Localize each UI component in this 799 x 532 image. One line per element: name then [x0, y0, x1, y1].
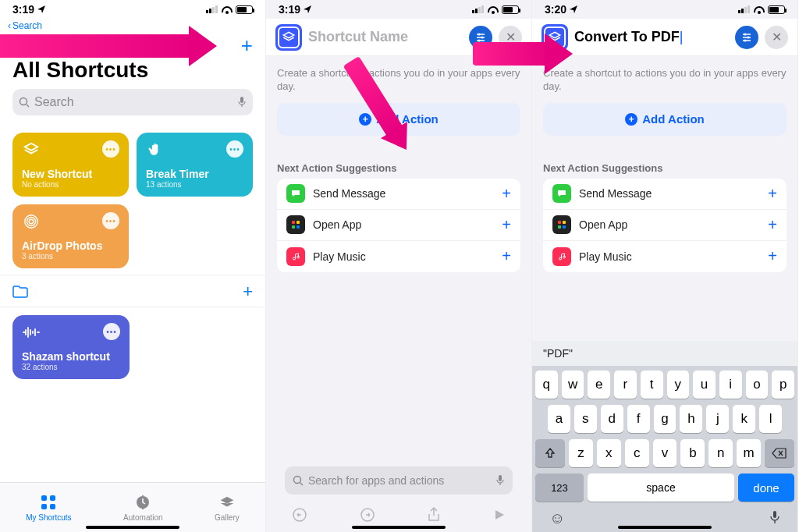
key-c[interactable]: c	[625, 439, 649, 467]
more-icon[interactable]: •••	[226, 140, 243, 158]
key-i[interactable]: i	[719, 371, 742, 399]
suggestion-open-app[interactable]: Open App +	[277, 210, 520, 241]
share-button[interactable]	[427, 507, 441, 523]
run-button[interactable]	[493, 509, 506, 521]
add-suggestion-button[interactable]: +	[768, 185, 777, 203]
close-button[interactable]: ✕	[499, 26, 522, 49]
add-action-button[interactable]: + Add Action	[277, 103, 520, 136]
key-h[interactable]: h	[680, 405, 702, 433]
shortcut-tile[interactable]: ••• Shazam shortcut 32 actions	[12, 315, 130, 379]
add-action-button[interactable]: + Add Action	[543, 103, 787, 136]
add-shortcut-button[interactable]: +	[241, 35, 253, 55]
settings-button[interactable]	[735, 26, 758, 49]
key-a[interactable]: a	[548, 405, 570, 433]
more-icon[interactable]: •••	[102, 140, 119, 158]
key-x[interactable]: x	[597, 439, 621, 467]
key-l[interactable]: l	[759, 405, 782, 433]
shortcut-tile[interactable]: ••• Break Timer 13 actions	[137, 133, 253, 197]
add-suggestion-button[interactable]: +	[768, 216, 777, 234]
suggestion-open-app[interactable]: Open App +	[543, 210, 787, 241]
back-search-link[interactable]: ‹ Search	[0, 19, 265, 33]
svg-rect-35	[563, 221, 566, 224]
svg-point-4	[29, 219, 34, 224]
more-icon[interactable]: •••	[102, 212, 119, 229]
key-b[interactable]: b	[680, 439, 705, 467]
home-indicator[interactable]	[352, 526, 446, 529]
key-m[interactable]: m	[737, 439, 761, 467]
suggestion-send-message[interactable]: Send Message +	[543, 179, 787, 210]
key-space[interactable]: space	[588, 473, 734, 502]
tile-subtitle: No actions	[22, 180, 119, 189]
key-k[interactable]: k	[733, 405, 755, 433]
suggestion-send-message[interactable]: Send Message +	[277, 179, 520, 210]
suggestion-play-music[interactable]: Play Music +	[543, 241, 787, 272]
tab-automation[interactable]: Automation	[123, 493, 163, 522]
key-y[interactable]: y	[667, 371, 690, 399]
key-o[interactable]: o	[746, 371, 769, 399]
home-indicator[interactable]	[86, 526, 179, 529]
key-t[interactable]: t	[641, 371, 663, 399]
key-w[interactable]: w	[562, 371, 584, 399]
shortcut-app-icon[interactable]	[275, 24, 302, 51]
search-placeholder: Search for apps and actions	[308, 474, 444, 487]
mic-icon[interactable]	[237, 96, 247, 108]
search-placeholder: Search	[34, 95, 74, 109]
add-to-folder-button[interactable]: +	[243, 282, 253, 302]
key-d[interactable]: d	[601, 405, 623, 433]
svg-line-1	[27, 105, 29, 107]
tab-my-shortcuts[interactable]: My Shortcuts	[26, 493, 71, 522]
tab-gallery[interactable]: Gallery	[215, 493, 240, 522]
key-f[interactable]: f	[627, 405, 650, 433]
key-n[interactable]: n	[708, 439, 733, 467]
home-indicator[interactable]	[618, 526, 712, 529]
dictation-button[interactable]	[769, 509, 780, 527]
action-search-input[interactable]: Search for apps and actions	[285, 466, 513, 495]
svg-point-33	[744, 39, 747, 41]
key-j[interactable]: j	[706, 405, 729, 433]
undo-button[interactable]	[292, 507, 307, 523]
redo-button[interactable]	[360, 507, 375, 523]
suggestions-title: Next Action Suggestions	[277, 162, 520, 174]
key-e[interactable]: e	[588, 371, 610, 399]
key-backspace[interactable]	[765, 439, 794, 467]
key-p[interactable]: p	[772, 371, 794, 399]
shortcut-name-input[interactable]: Convert To PDF|	[574, 29, 729, 45]
screen-new-shortcut: 3:19 Shortcut Name ✕ Create a shortcut t…	[266, 0, 532, 532]
settings-button[interactable]	[469, 26, 492, 49]
key-g[interactable]: g	[654, 405, 676, 433]
shortcut-name-input[interactable]: Shortcut Name	[308, 29, 463, 45]
key-v[interactable]: v	[653, 439, 677, 467]
keyboard-suggestion-bar[interactable]: "PDF"	[532, 341, 797, 366]
key-123[interactable]: 123	[535, 473, 584, 502]
add-suggestion-button[interactable]: +	[768, 247, 777, 265]
key-u[interactable]: u	[693, 371, 716, 399]
more-icon[interactable]: •••	[103, 323, 120, 340]
svg-point-15	[481, 36, 484, 38]
mic-icon[interactable]	[495, 474, 505, 487]
music-icon	[552, 247, 571, 266]
key-q[interactable]: q	[535, 371, 558, 399]
keyboard[interactable]: "PDF" q w e r t y u i o p a s d f g h	[532, 341, 797, 532]
emoji-button[interactable]: ☺	[549, 509, 565, 527]
shortcut-tile[interactable]: ••• AirDrop Photos 3 actions	[12, 204, 129, 268]
keyboard-row-1: q w e r t y u i o p	[535, 371, 794, 399]
suggestion-play-music[interactable]: Play Music +	[277, 241, 520, 272]
apps-grid-icon	[286, 215, 305, 234]
add-suggestion-button[interactable]: +	[502, 247, 511, 265]
shortcut-tile[interactable]: ••• New Shortcut No actions	[12, 133, 129, 197]
close-button[interactable]: ✕	[765, 26, 788, 49]
add-suggestion-button[interactable]: +	[502, 185, 511, 203]
key-s[interactable]: s	[574, 405, 597, 433]
search-input[interactable]: Search	[12, 89, 253, 115]
key-r[interactable]: r	[614, 371, 637, 399]
add-suggestion-button[interactable]: +	[502, 216, 511, 234]
svg-rect-34	[558, 221, 561, 224]
folder-header[interactable]: +	[0, 275, 265, 307]
key-shift[interactable]	[535, 439, 565, 467]
key-done[interactable]: done	[738, 473, 794, 502]
key-z[interactable]: z	[569, 439, 593, 467]
keyboard-suggestion[interactable]: "PDF"	[543, 347, 573, 360]
shortcut-app-icon[interactable]	[542, 24, 568, 51]
hand-icon	[146, 140, 165, 159]
keyboard-row-2: a s d f g h j k l	[535, 405, 794, 433]
